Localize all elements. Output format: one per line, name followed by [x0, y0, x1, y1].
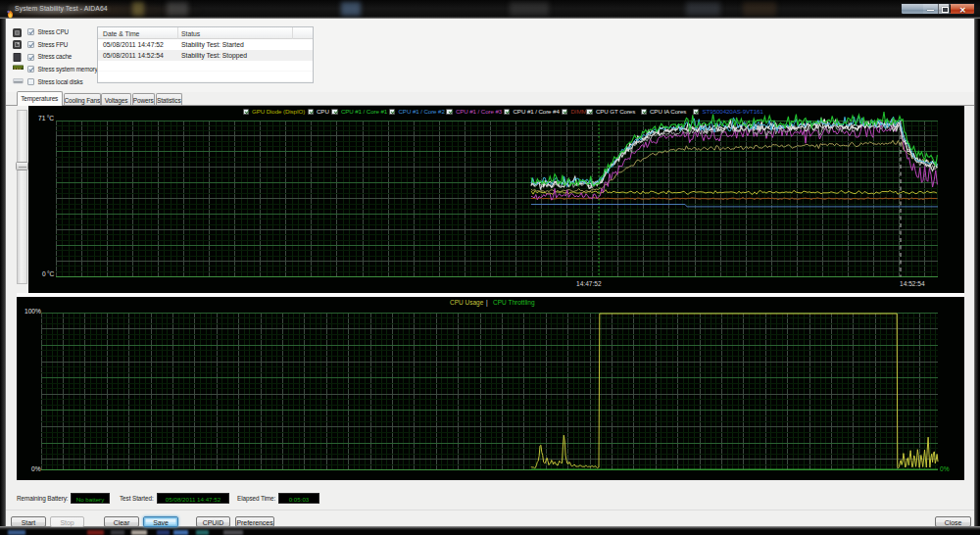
svg-text:CPU IA Cores: CPU IA Cores: [650, 108, 686, 115]
svg-text:CPU Throttling: CPU Throttling: [493, 299, 535, 307]
svg-text:CPU #1 / Core #1: CPU #1 / Core #1: [341, 108, 388, 115]
svg-text:CPU GT Cores: CPU GT Cores: [596, 108, 635, 115]
svg-text:CPU #1 / Core #3: CPU #1 / Core #3: [456, 108, 503, 115]
svg-text:CPU #1 / Core #4: CPU #1 / Core #4: [514, 108, 561, 115]
svg-text:71 °C: 71 °C: [38, 115, 54, 122]
svg-text:0%: 0%: [940, 465, 950, 472]
svg-text:14:52:54: 14:52:54: [900, 280, 925, 287]
svg-text:CPU Usage: CPU Usage: [450, 299, 484, 307]
svg-text:|: |: [486, 299, 488, 307]
svg-text:100%: 100%: [24, 308, 41, 315]
svg-text:0%: 0%: [31, 465, 41, 472]
svg-text:CPU: CPU: [317, 108, 329, 115]
svg-text:DIMM: DIMM: [571, 108, 587, 115]
svg-text:14:47:52: 14:47:52: [576, 280, 602, 287]
svg-text:0 °C: 0 °C: [42, 270, 55, 277]
svg-text:ST9500420AS-9VT161: ST9500420AS-9VT161: [703, 108, 764, 115]
svg-text:GPU Diode (DispIO): GPU Diode (DispIO): [252, 108, 305, 115]
svg-text:CPU #1 / Core #2: CPU #1 / Core #2: [399, 108, 446, 115]
